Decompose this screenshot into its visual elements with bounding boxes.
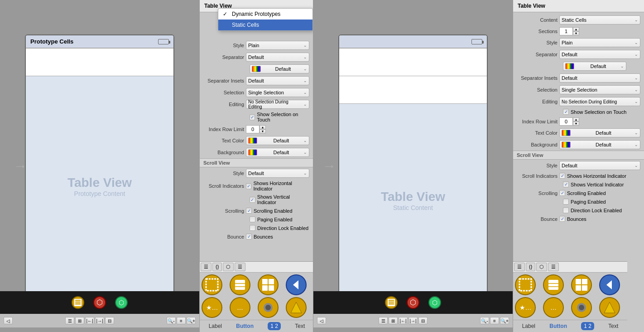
shows-vert-checkbox[interactable]: ✓ [250, 197, 255, 203]
ctrl-btn-zoom-fit[interactable]: ≡ [177, 317, 186, 324]
ctrl-btn-4[interactable]: |←| [85, 317, 94, 324]
scrolling-enabled-checkbox[interactable]: ✓ [246, 208, 252, 214]
obj-icon-7[interactable] [258, 297, 279, 318]
prop-selection-select[interactable]: Single Selection ⌄ [246, 88, 309, 97]
ctrl-btn-zoom-out[interactable]: 🔍- [167, 317, 176, 324]
right-obj-icon-1[interactable] [515, 274, 536, 295]
right-index-stepper-down[interactable]: ▼ [573, 122, 579, 126]
right-obj-lib-tab-2[interactable]: {} [526, 263, 535, 271]
mid-ctrl-zoom-fit[interactable]: ≡ [490, 317, 499, 324]
prop-separator-select[interactable]: Default ⌄ [246, 53, 309, 62]
right-obj-lib-tab-4[interactable]: ☰ [548, 263, 559, 271]
mid-ctrl-zoom-out[interactable]: 🔍- [480, 317, 489, 324]
right-sections-input[interactable] [559, 27, 573, 35]
direction-checkbox[interactable]: ✓ [250, 225, 255, 231]
obj-lib-tab-4[interactable]: ☰ [235, 263, 245, 271]
right-obj-icon-5[interactable]: ★… [515, 297, 536, 318]
obj-lib-tab-3[interactable]: ⬡ [223, 263, 234, 271]
mid-ctrl-btn-6[interactable]: ⊟ [418, 317, 428, 324]
right-prop-sep-insets-select[interactable]: Default ⌄ [559, 73, 640, 83]
mid-toolbar-icon-1[interactable] [384, 295, 399, 310]
mid-ctrl-zoom-in[interactable]: 🔍+ [500, 317, 509, 324]
prop-separator-color-select[interactable]: Default ⌄ [250, 64, 309, 73]
obj-icon-8[interactable] [286, 297, 307, 318]
ctrl-btn-2[interactable]: ☰ [65, 317, 74, 324]
right-paging-checkbox[interactable]: ✓ [563, 199, 569, 205]
ctrl-btn-zoom-in[interactable]: 🔍+ [187, 317, 196, 324]
mid-ctrl-btn-1[interactable]: ◁ [317, 317, 326, 324]
right-dir-lock-checkbox[interactable]: ✓ [563, 207, 569, 213]
right-obj-icon-8[interactable] [599, 297, 620, 318]
right-obj-icon-7[interactable] [571, 297, 592, 318]
stepper-down-btn[interactable]: ▼ [260, 129, 266, 133]
right-stepper-down[interactable]: ▼ [573, 31, 579, 35]
obj-icon-5[interactable]: ★… [202, 297, 222, 318]
right-obj-icon-3[interactable] [571, 274, 592, 295]
show-selection-checkbox[interactable]: ✓ [250, 114, 255, 120]
right-obj-icon-4[interactable] [599, 274, 620, 295]
index-stepper[interactable]: ▲ ▼ [246, 125, 266, 133]
content-dropdown-menu[interactable]: ✓ Dynamic Prototypes Static Cells [218, 8, 313, 31]
right-obj-icon-6[interactable]: … [543, 297, 564, 318]
obj-lib-tab-1[interactable]: ☰ [201, 263, 211, 271]
obj-icon-6[interactable]: … [230, 297, 250, 318]
right-prop-bg-select[interactable]: Default ⌄ [559, 140, 640, 149]
ctrl-btn-3[interactable]: ⊞ [75, 317, 84, 324]
prop-editing-select[interactable]: No Selection During Editing ⌄ [246, 100, 309, 109]
right-prop-sep-color-select[interactable]: Default ⌄ [563, 62, 626, 71]
right-shows-vert-checkbox[interactable]: ✓ [563, 181, 569, 187]
right-obj-lib-tab-3[interactable]: ⬡ [536, 263, 547, 271]
left-bottom-controls: ◁ ☰ ⊞ |←| |→| ⊟ 🔍- ≡ 🔍+ [0, 314, 199, 327]
right-index-stepper-up[interactable]: ▲ [573, 117, 579, 122]
obj-icon-3[interactable] [258, 274, 279, 295]
obj-icon-1[interactable] [202, 274, 222, 295]
obj-lib-grid [200, 273, 313, 297]
paging-checkbox[interactable]: ✓ [250, 216, 255, 222]
toolbar-icon-2[interactable]: ⬡ [92, 295, 107, 310]
prop-background-select[interactable]: Default ⌄ [246, 148, 309, 157]
right-prop-editing-select[interactable]: No Selection During Editing ⌄ [559, 97, 640, 106]
right-prop-selection-select[interactable]: Single Selection ⌄ [559, 85, 640, 94]
right-prop-sep-select[interactable]: Default ⌄ [559, 50, 640, 59]
svg-marker-41 [604, 302, 615, 313]
mid-toolbar-icon-2[interactable]: ⬡ [406, 295, 420, 310]
stepper-up-btn[interactable]: ▲ [260, 125, 266, 129]
right-shows-horiz-checkbox[interactable]: ✓ [559, 173, 565, 179]
right-obj-icon-2[interactable] [543, 274, 564, 295]
obj-icon-4[interactable] [286, 274, 307, 295]
mid-ctrl-btn-5[interactable]: |→| [409, 317, 418, 324]
mid-ctrl-btn-4[interactable]: |←| [399, 317, 408, 324]
right-prop-style-select[interactable]: Plain ⌄ [559, 38, 640, 47]
right-index-input[interactable] [559, 117, 573, 126]
bounces-label: Bounces [254, 234, 273, 239]
right-prop-text-color-select[interactable]: Default ⌄ [559, 128, 640, 137]
right-scrolling-enabled-checkbox[interactable]: ✓ [559, 190, 565, 196]
right-prop-scroll-style-select[interactable]: Default ⌄ [559, 161, 640, 170]
right-stepper-up[interactable]: ▲ [573, 27, 579, 31]
mid-ctrl-btn-2[interactable]: ☰ [379, 317, 388, 324]
prop-scroll-style-select[interactable]: Default ⌄ [246, 169, 309, 178]
right-sections-stepper[interactable]: ▲ ▼ [559, 27, 579, 35]
right-index-stepper[interactable]: ▲ ▼ [559, 117, 579, 126]
prop-sep-insets-select[interactable]: Default ⌄ [246, 76, 309, 85]
right-show-sel-checkbox[interactable]: ✓ [563, 109, 569, 115]
obj-icon-2[interactable] [230, 274, 250, 295]
mid-ctrl-btn-3[interactable]: ⊞ [389, 317, 398, 324]
obj-lib-tab-2[interactable]: {} [212, 263, 222, 271]
index-input[interactable] [246, 125, 260, 133]
bounces-checkbox[interactable]: ✓ [246, 234, 252, 239]
toolbar-icon-1[interactable] [71, 295, 85, 310]
right-prop-content-select[interactable]: Static Cells ⌄ [559, 15, 640, 24]
shows-horiz-checkbox[interactable]: ✓ [246, 183, 251, 189]
ctrl-btn-6[interactable]: ⊟ [105, 317, 114, 324]
dropdown-item-dynamic[interactable]: ✓ Dynamic Prototypes [218, 9, 312, 20]
dropdown-item-static[interactable]: Static Cells [218, 20, 312, 30]
prop-text-color-select[interactable]: Default ⌄ [246, 136, 309, 145]
prop-style-select[interactable]: Plain ⌄ [246, 41, 309, 50]
ctrl-btn-5[interactable]: |→| [95, 317, 104, 324]
right-obj-lib-tab-1[interactable]: ☰ [514, 263, 525, 271]
mid-toolbar-icon-3[interactable]: ⬡ [428, 295, 442, 310]
ctrl-btn-1[interactable]: ◁ [4, 317, 13, 324]
right-bounces-checkbox[interactable]: ✓ [559, 216, 565, 222]
toolbar-icon-3[interactable]: ⬡ [114, 295, 129, 310]
